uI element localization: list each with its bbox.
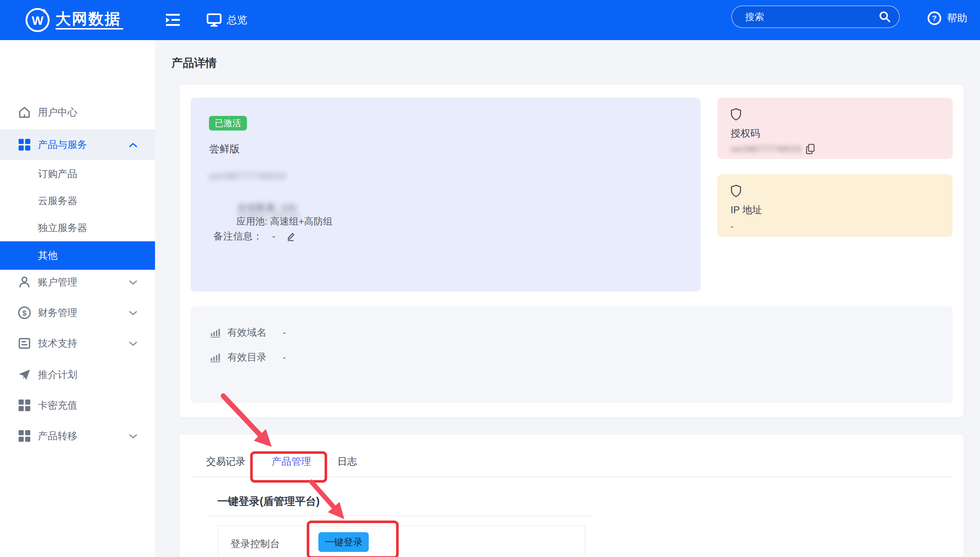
sidebar-item-label: 推介计划: [38, 368, 77, 381]
valid-domain-row: 有效域名 -: [210, 323, 953, 342]
chevron-up-icon: [129, 139, 137, 151]
sidebar-item-card-recharge[interactable]: 卡密充值: [0, 390, 155, 421]
ip-card-title: IP 地址: [731, 204, 939, 217]
help-label: 帮助: [947, 11, 967, 25]
tab-product-management[interactable]: 产品管理: [272, 455, 311, 470]
sidebar-item-referral-plan[interactable]: 推介计划: [0, 360, 155, 390]
dollar-circle-icon: $: [18, 306, 31, 320]
one-click-login-button[interactable]: 一键登录: [318, 532, 369, 552]
auth-code-card: 授权码 ser398777749019: [717, 98, 953, 159]
auth-code-value-blurred: ser398777749019: [731, 144, 801, 154]
product-summary-card: 已激活 尝鲜版 ser398777749019 在线数量: 100 高速组+高防…: [191, 98, 701, 292]
grid-icon: [18, 138, 31, 151]
user-icon: [18, 275, 31, 289]
sidebar-item-dedicated-server[interactable]: 独立服务器: [0, 214, 155, 241]
sidebar-item-label: 其他: [38, 249, 58, 262]
section-divider: [207, 515, 593, 516]
sidebar-item-label: 财务管理: [38, 306, 77, 319]
remark-value: -: [272, 231, 276, 242]
menu-unfold-icon: [165, 13, 181, 27]
one-click-login-section-title: 一键登录(盾管理平台): [217, 494, 320, 509]
page-title: 产品详情: [171, 55, 217, 71]
product-pool-line: 应用池: 高速组+高防组: [236, 215, 333, 228]
shield-icon: [731, 184, 742, 197]
chevron-down-icon: [129, 277, 137, 288]
remark-label: 备注信息：: [214, 230, 263, 243]
sidebar-item-order-product[interactable]: 订购产品: [0, 160, 155, 187]
grid-icon: [18, 429, 31, 443]
tab-transaction-records[interactable]: 交易记录: [206, 455, 245, 470]
logo-text: 大网数据: [55, 11, 123, 27]
valid-directory-row: 有效目录 -: [210, 348, 953, 367]
status-badge: 已激活: [209, 116, 247, 130]
chevron-down-icon: [129, 430, 137, 442]
auth-code-row: ser398777749019: [731, 143, 939, 155]
question-circle-icon: ?: [927, 11, 942, 26]
document-icon: [18, 337, 31, 350]
sidebar-item-tech-support[interactable]: 技术支持: [0, 328, 155, 359]
sidebar-item-products-services[interactable]: 产品与服务: [0, 129, 155, 160]
valid-domain-label: 有效域名: [227, 326, 267, 339]
copy-icon[interactable]: [806, 143, 815, 155]
send-icon: [18, 368, 31, 382]
nav-overview[interactable]: 总览: [206, 11, 247, 29]
sidebar-item-label: 账户管理: [38, 275, 77, 289]
valid-domain-value: -: [283, 327, 286, 338]
sidebar-item-finance-management[interactable]: $ 财务管理: [0, 298, 155, 328]
bar-chart-icon: [210, 327, 221, 338]
shield-icon: [731, 108, 742, 121]
tab-bar-divider: [191, 476, 953, 477]
ip-card-value: -: [731, 221, 939, 232]
sidebar-item-label: 订购产品: [38, 167, 77, 181]
monitor-icon: [206, 13, 222, 27]
product-name: 尝鲜版: [209, 142, 240, 156]
grid-icon: [18, 398, 31, 412]
search-input[interactable]: [744, 11, 879, 23]
sidebar-item-label: 产品转移: [38, 429, 77, 443]
sidebar-item-label: 技术支持: [38, 337, 77, 350]
sidebar-item-label: 产品与服务: [38, 138, 87, 151]
pencil-icon: [285, 231, 296, 242]
sidebar-item-product-transfer[interactable]: 产品转移: [0, 421, 155, 451]
nav-overview-label: 总览: [227, 13, 247, 27]
logo-underline: [55, 28, 123, 29]
brand-logo[interactable]: W ✦ 大网数据: [26, 7, 123, 34]
valid-directory-label: 有效目录: [227, 351, 267, 364]
auth-code-title: 授权码: [731, 127, 939, 140]
sidebar-item-label: 独立服务器: [38, 221, 87, 235]
search-box[interactable]: [731, 5, 900, 28]
tab-logs[interactable]: 日志: [338, 455, 357, 470]
sidebar-item-user-center[interactable]: 用户中心: [0, 97, 155, 128]
app-root: W ✦ 大网数据 总览: [0, 0, 980, 557]
login-console-label: 登录控制台: [230, 537, 280, 550]
chevron-down-icon: [129, 338, 137, 349]
sidebar-item-label: 卡密充值: [38, 399, 77, 412]
top-header: W ✦ 大网数据 总览: [0, 0, 980, 40]
svg-text:$: $: [22, 309, 27, 317]
ip-address-card: IP 地址 -: [717, 174, 953, 237]
edit-remark-button[interactable]: [285, 231, 296, 242]
home-icon: [18, 105, 31, 119]
sidebar-item-label: 云服务器: [38, 194, 77, 207]
chevron-down-icon: [129, 307, 137, 319]
sidebar-item-cloud-server[interactable]: 云服务器: [0, 187, 155, 214]
validity-panel: 有效域名 - 有效目录 -: [191, 306, 953, 403]
sidebar-item-account-management[interactable]: 账户管理: [0, 267, 155, 298]
tab-bar: 交易记录 产品管理 日志: [206, 455, 357, 470]
search-icon[interactable]: [879, 11, 891, 23]
product-remark-row: 备注信息： -: [214, 230, 296, 243]
sidebar: 用户中心 产品与服务 订购产品 云服务器 独立服务器 其他 账户: [0, 40, 155, 557]
svg-text:?: ?: [932, 14, 937, 22]
product-serial-blurred: ser398777749019: [209, 171, 285, 182]
help-button[interactable]: ? 帮助: [927, 11, 967, 26]
sidebar-item-other[interactable]: 其他: [0, 241, 155, 270]
sidebar-collapse-button[interactable]: [165, 12, 181, 28]
valid-directory-value: -: [283, 352, 286, 363]
sidebar-item-label: 用户中心: [38, 106, 77, 119]
logo-mark-icon: W ✦: [26, 8, 50, 32]
bar-chart-icon: [210, 352, 221, 363]
